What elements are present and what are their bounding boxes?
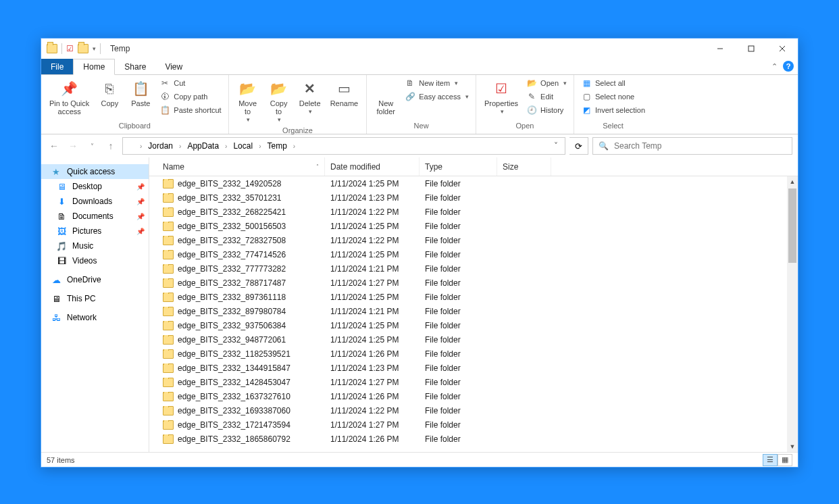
up-button[interactable]: ↑ [103, 138, 118, 153]
column-header-size[interactable]: Size [497, 157, 551, 176]
address-dropdown-icon[interactable]: ˅ [550, 141, 562, 151]
forward-button[interactable]: → [66, 138, 80, 153]
open-icon: 📂 [526, 78, 537, 89]
select-all-button[interactable]: ▦Select all [578, 76, 648, 90]
search-input[interactable] [614, 141, 786, 151]
open-button[interactable]: 📂Open▾ [524, 76, 569, 90]
new-item-button[interactable]: 🗎New item▾ [402, 76, 472, 90]
paste-button[interactable]: 📋 Paste [126, 76, 155, 110]
qat-save-icon[interactable]: ☑ [66, 44, 74, 53]
copy-button[interactable]: ⎘ Copy [95, 76, 124, 110]
tab-home[interactable]: Home [73, 59, 115, 75]
collapse-ribbon-icon[interactable]: ⌃ [771, 62, 778, 71]
sidebar-documents[interactable]: 🗎Documents📌 [41, 209, 149, 224]
delete-button[interactable]: ✕Delete▾ [295, 76, 325, 118]
file-row[interactable]: edge_BITS_2332_9487720611/11/2024 1:25 P… [149, 332, 798, 347]
folder-icon [163, 406, 174, 415]
breadcrumb-item[interactable]: Temp [265, 141, 288, 151]
minimize-button[interactable] [705, 39, 736, 59]
videos-icon: 🎞 [56, 255, 67, 266]
file-date: 1/11/2024 1:23 PM [325, 363, 420, 373]
close-button[interactable] [767, 39, 798, 59]
file-type: File folder [420, 434, 497, 444]
file-row[interactable]: edge_BITS_2332_9375063841/11/2024 1:25 P… [149, 318, 798, 332]
folder-icon [163, 420, 174, 430]
invert-selection-button[interactable]: ◩Invert selection [578, 103, 648, 117]
file-name: edge_BITS_2332_948772061 [178, 335, 286, 345]
history-button[interactable]: 🕘History [524, 103, 569, 117]
breadcrumb-item[interactable]: AppData [186, 141, 220, 151]
copy-to-button[interactable]: 📂Copy to▾ [264, 76, 294, 126]
column-header-name[interactable]: Name˄ [157, 157, 325, 176]
pin-icon: 📌 [136, 198, 145, 205]
sidebar-music[interactable]: 🎵Music [41, 238, 149, 253]
file-row[interactable]: edge_BITS_2332_8973611181/11/2024 1:25 P… [149, 290, 798, 304]
status-item-count: 57 items [47, 456, 75, 464]
select-none-button[interactable]: ▢Select none [578, 90, 648, 103]
sidebar-network[interactable]: 🖧Network [41, 310, 149, 325]
file-row[interactable]: edge_BITS_2332_14284530471/11/2024 1:27 … [149, 375, 798, 389]
select-none-icon: ▢ [581, 91, 592, 102]
copy-path-button[interactable]: 🛈Copy path [157, 90, 224, 103]
view-details-button[interactable]: ☰ [763, 454, 778, 466]
view-thumbnails-button[interactable]: ▦ [778, 454, 792, 466]
file-type: File folder [420, 335, 497, 345]
tab-view[interactable]: View [155, 59, 192, 74]
file-name: edge_BITS_2332_1428453047 [178, 378, 290, 387]
sidebar-quick-access[interactable]: ★Quick access [41, 164, 149, 179]
new-folder-button[interactable]: New folder [371, 76, 401, 118]
folder-icon [163, 236, 174, 245]
easy-access-button[interactable]: 🔗Easy access▾ [402, 90, 472, 103]
vertical-scrollbar[interactable]: ▲ ▼ [787, 176, 798, 452]
file-row[interactable]: edge_BITS_2332_7747145261/11/2024 1:25 P… [149, 247, 798, 261]
sidebar-pictures[interactable]: 🖼Pictures📌 [41, 224, 149, 238]
help-icon[interactable]: ? [783, 61, 794, 72]
file-row[interactable]: edge_BITS_2332_11825395211/11/2024 1:26 … [149, 347, 798, 361]
file-name: edge_BITS_2332_788717487 [178, 278, 286, 288]
pictures-icon: 🖼 [56, 226, 67, 236]
address-bar[interactable]: › Jordan› AppData› Local› Temp› ˅ [122, 137, 565, 155]
sidebar-videos[interactable]: 🎞Videos [41, 253, 149, 268]
qat-newfolder-icon[interactable] [78, 44, 88, 53]
column-header-date[interactable]: Date modified [325, 157, 420, 176]
file-row[interactable]: edge_BITS_2332_149205281/11/2024 1:25 PM… [149, 176, 798, 191]
file-row[interactable]: edge_BITS_2332_5001565031/11/2024 1:25 P… [149, 219, 798, 233]
properties-button[interactable]: ☑Properties▾ [480, 76, 522, 118]
qat-dropdown-icon[interactable]: ▾ [93, 45, 96, 52]
file-row[interactable]: edge_BITS_2332_18658607921/11/2024 1:26 … [149, 432, 798, 446]
file-row[interactable]: edge_BITS_2332_357012311/11/2024 1:23 PM… [149, 191, 798, 205]
column-header-type[interactable]: Type [420, 157, 497, 176]
file-row[interactable]: edge_BITS_2332_7887174871/11/2024 1:27 P… [149, 276, 798, 290]
rename-icon: ▭ [334, 79, 353, 98]
cut-button[interactable]: ✂Cut [157, 76, 224, 90]
maximize-button[interactable] [736, 39, 767, 59]
tab-share[interactable]: Share [115, 59, 155, 74]
file-row[interactable]: edge_BITS_2332_17214735941/11/2024 1:27 … [149, 418, 798, 432]
file-row[interactable]: edge_BITS_2332_8979807841/11/2024 1:21 P… [149, 304, 798, 318]
recent-dropdown[interactable]: ˅ [84, 138, 99, 153]
paste-shortcut-button[interactable]: 📋Paste shortcut [157, 103, 224, 117]
file-row[interactable]: edge_BITS_2332_7283275081/11/2024 1:22 P… [149, 233, 798, 247]
sidebar-onedrive[interactable]: ☁OneDrive [41, 272, 149, 287]
sidebar-desktop[interactable]: 🖥Desktop📌 [41, 179, 149, 194]
move-to-button[interactable]: 📂Move to▾ [233, 76, 263, 126]
edit-button[interactable]: ✎Edit [524, 90, 569, 103]
pin-to-quick-access-button[interactable]: 📌 Pin to Quick access [45, 76, 93, 118]
sidebar-downloads[interactable]: ⬇Downloads📌 [41, 194, 149, 209]
rename-button[interactable]: ▭Rename [326, 76, 363, 110]
file-row[interactable]: edge_BITS_2332_2682254211/11/2024 1:22 P… [149, 205, 798, 219]
onedrive-icon: ☁ [51, 274, 61, 285]
refresh-button[interactable]: ⟳ [569, 137, 588, 155]
file-row[interactable]: edge_BITS_2332_7777732821/11/2024 1:21 P… [149, 261, 798, 276]
pin-icon: 📌 [136, 183, 145, 191]
search-box[interactable]: 🔍 [592, 137, 792, 155]
folder-icon [163, 434, 174, 444]
file-row[interactable]: edge_BITS_2332_13449158471/11/2024 1:23 … [149, 361, 798, 375]
back-button[interactable]: ← [47, 138, 61, 153]
file-row[interactable]: edge_BITS_2332_16933870601/11/2024 1:22 … [149, 403, 798, 418]
tab-file[interactable]: File [41, 59, 73, 74]
file-row[interactable]: edge_BITS_2332_16373276101/11/2024 1:26 … [149, 389, 798, 403]
sidebar-this-pc[interactable]: 🖥This PC [41, 291, 149, 306]
breadcrumb-item[interactable]: Local [232, 141, 254, 151]
breadcrumb-item[interactable]: Jordan [147, 141, 174, 151]
